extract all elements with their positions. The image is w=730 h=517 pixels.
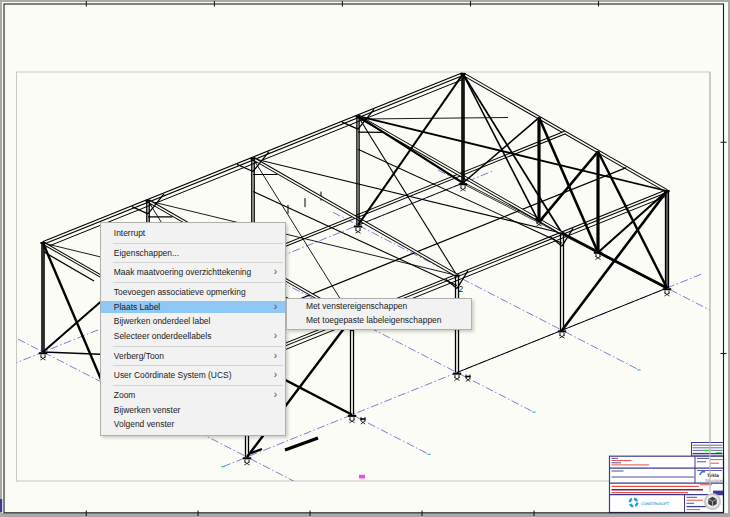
svg-text:2: 2	[459, 284, 464, 294]
svg-text:Structures: Structures	[705, 478, 724, 483]
svg-text:CONSTRUSOFT: CONSTRUSOFT	[641, 502, 670, 506]
